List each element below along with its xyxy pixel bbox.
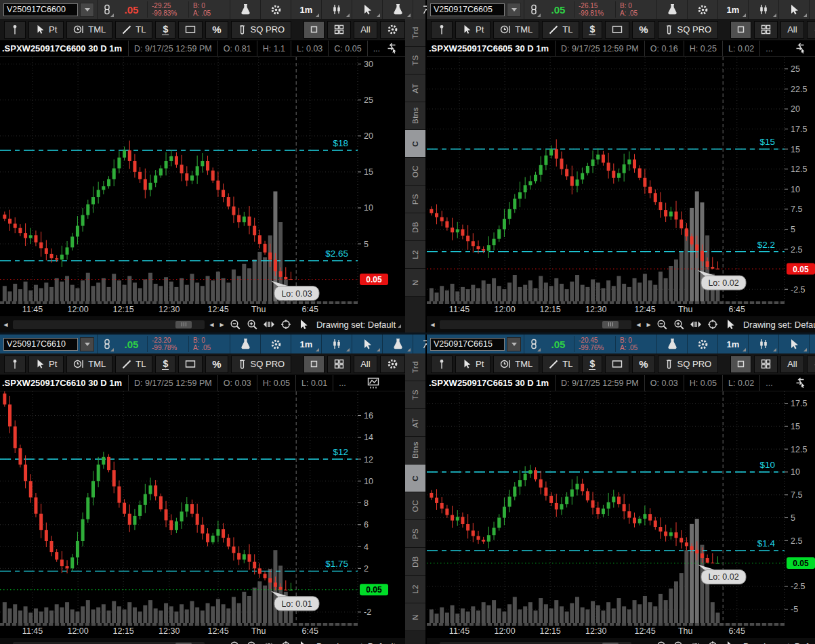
trendline-tool-button[interactable]: TL xyxy=(542,21,579,39)
step-left-button[interactable]: ◂ xyxy=(634,641,643,644)
rectangle-tool-button[interactable] xyxy=(178,21,203,39)
step-right-button[interactable]: ▸ xyxy=(217,641,226,644)
percent-tool-button[interactable]: % xyxy=(205,21,228,39)
timeline-tool-button[interactable]: TML xyxy=(66,356,112,373)
zoom-in-button[interactable] xyxy=(671,318,687,332)
sidebar-tab-at[interactable]: AT xyxy=(405,74,425,102)
chart-type-button[interactable] xyxy=(321,335,352,353)
sidebar-tab-btns[interactable]: Btns xyxy=(405,437,425,465)
sidebar-tab-trd[interactable]: Trd xyxy=(405,353,425,381)
toolbar-settings-button[interactable] xyxy=(380,356,405,373)
cursor-tool-button[interactable] xyxy=(352,335,382,353)
grid-view-button[interactable] xyxy=(754,21,778,39)
sidebar-tab-ps[interactable]: PS xyxy=(405,186,425,213)
sidebar-tab-db[interactable]: DB xyxy=(405,548,425,576)
symbol-input[interactable]: V250917C6600 xyxy=(3,3,78,16)
all-panels-button[interactable]: All xyxy=(354,21,377,39)
sidebar-tab-db[interactable]: DB xyxy=(405,213,425,241)
chart-settings-button[interactable] xyxy=(687,0,717,19)
sidebar-tab-btns[interactable]: Btns xyxy=(405,102,425,130)
symbol-input[interactable]: V250917C6615 xyxy=(430,338,505,351)
sq-pro-button[interactable]: SQ PRO xyxy=(231,21,292,39)
sidebar-tab-n[interactable]: N xyxy=(405,603,425,631)
zoom-out-button[interactable] xyxy=(654,639,670,644)
rectangle-tool-button[interactable] xyxy=(178,356,203,373)
sq-pro-button[interactable]: SQ PRO xyxy=(231,356,292,373)
studies-button[interactable] xyxy=(230,0,260,19)
symbol-input[interactable]: V250917C6605 xyxy=(430,3,505,16)
drawing-set-selector[interactable]: Drawing set: Default xyxy=(739,320,815,330)
crosshair-button[interactable] xyxy=(278,318,294,332)
step-right-button[interactable]: ▸ xyxy=(217,320,226,329)
sidebar-tab-n[interactable]: N xyxy=(405,269,425,297)
pointer-tool-button[interactable]: Pt xyxy=(455,356,490,373)
percent-tool-button[interactable]: % xyxy=(205,356,228,373)
chart-area[interactable]: 17.51512.5107.552.5-2.5-5$10$1.40.05Lo: … xyxy=(427,391,815,623)
sidebar-tab-oc[interactable]: OC xyxy=(405,158,425,186)
chart-settings-button[interactable] xyxy=(260,0,291,19)
scroll-left-button[interactable]: ◂ xyxy=(428,641,437,644)
percent-tool-button[interactable]: % xyxy=(632,356,654,373)
scrollbar-track[interactable] xyxy=(440,642,631,644)
crosshair-button[interactable] xyxy=(705,318,721,332)
zoom-out-button[interactable] xyxy=(228,318,243,332)
pin-button[interactable] xyxy=(4,356,26,373)
drawing-set-selector[interactable]: Drawing set: Default xyxy=(312,641,404,644)
trendline-tool-button[interactable]: TL xyxy=(115,21,152,39)
zoom-in-button[interactable] xyxy=(245,318,260,332)
pin-button[interactable] xyxy=(431,356,453,373)
step-left-button[interactable]: ◂ xyxy=(634,320,643,329)
symbol-input[interactable]: V250917C6610 xyxy=(3,338,78,351)
trendline-tool-button[interactable]: TL xyxy=(542,356,579,373)
crosshair-button[interactable] xyxy=(705,639,721,644)
chart-settings-button[interactable] xyxy=(260,335,291,353)
scroll-left-button[interactable]: ◂ xyxy=(1,320,10,329)
chart-area[interactable]: 30252015105$18$2.650.05Lo: 0.03 xyxy=(0,57,405,301)
drawing-set-selector[interactable]: Drawing set: Default xyxy=(739,641,815,644)
single-view-button[interactable] xyxy=(730,21,751,39)
pointer-tool-button[interactable]: Pt xyxy=(28,356,64,373)
strategies-button[interactable] xyxy=(382,0,413,19)
arrow-tool-button[interactable] xyxy=(722,318,738,332)
chart-type-button[interactable] xyxy=(321,0,352,19)
grid-view-button[interactable] xyxy=(754,356,778,373)
step-right-button[interactable]: ▸ xyxy=(644,320,653,329)
sidebar-tab-ps[interactable]: PS xyxy=(405,520,425,548)
scrollbar-track[interactable] xyxy=(440,320,631,329)
sidebar-tab-ts[interactable]: TS xyxy=(405,381,425,409)
scroll-left-button[interactable]: ◂ xyxy=(1,641,10,644)
sidebar-tab-c[interactable]: C xyxy=(405,465,425,492)
step-left-button[interactable]: ◂ xyxy=(207,641,216,644)
timeline-tool-button[interactable]: TML xyxy=(66,21,112,39)
grid-view-button[interactable] xyxy=(327,21,351,39)
strategies-button[interactable] xyxy=(809,335,815,353)
symbol-dropdown-button[interactable] xyxy=(507,337,521,351)
step-right-button[interactable]: ▸ xyxy=(644,641,653,644)
zoom-in-button[interactable] xyxy=(671,639,687,644)
single-view-button[interactable] xyxy=(730,356,751,373)
arrow-tool-button[interactable] xyxy=(722,639,738,644)
cursor-tool-button[interactable] xyxy=(778,0,809,19)
strategies-button[interactable] xyxy=(809,0,815,19)
timeframe-button[interactable]: 1m xyxy=(717,0,748,19)
price-level-tool-button[interactable]: $ xyxy=(155,21,175,39)
cursor-tool-button[interactable] xyxy=(352,0,382,19)
chart-type-button[interactable] xyxy=(748,335,778,353)
scrollbar-track[interactable] xyxy=(13,642,205,644)
sq-pro-button[interactable]: SQ PRO xyxy=(658,356,719,373)
fit-width-button[interactable] xyxy=(262,318,277,332)
pointer-tool-button[interactable]: Pt xyxy=(28,21,64,39)
chart-mode-button[interactable] xyxy=(385,43,398,54)
sidebar-tab-l2[interactable]: L2 xyxy=(405,576,425,603)
chart-area[interactable]: 2522.52017.51512.5107.552.5-2.5$15$2.20.… xyxy=(427,57,815,301)
symbol-dropdown-button[interactable] xyxy=(80,3,94,17)
sidebar-tab-l2[interactable]: L2 xyxy=(405,241,425,269)
percent-tool-button[interactable]: % xyxy=(632,21,654,39)
strategies-button[interactable] xyxy=(382,335,413,353)
arrow-tool-button[interactable] xyxy=(295,639,311,644)
price-level-tool-button[interactable]: $ xyxy=(582,21,602,39)
timeline-tool-button[interactable]: TML xyxy=(493,21,539,39)
fit-width-button[interactable] xyxy=(688,318,704,332)
timeframe-button[interactable]: 1m xyxy=(291,335,321,353)
pin-button[interactable] xyxy=(431,21,453,39)
